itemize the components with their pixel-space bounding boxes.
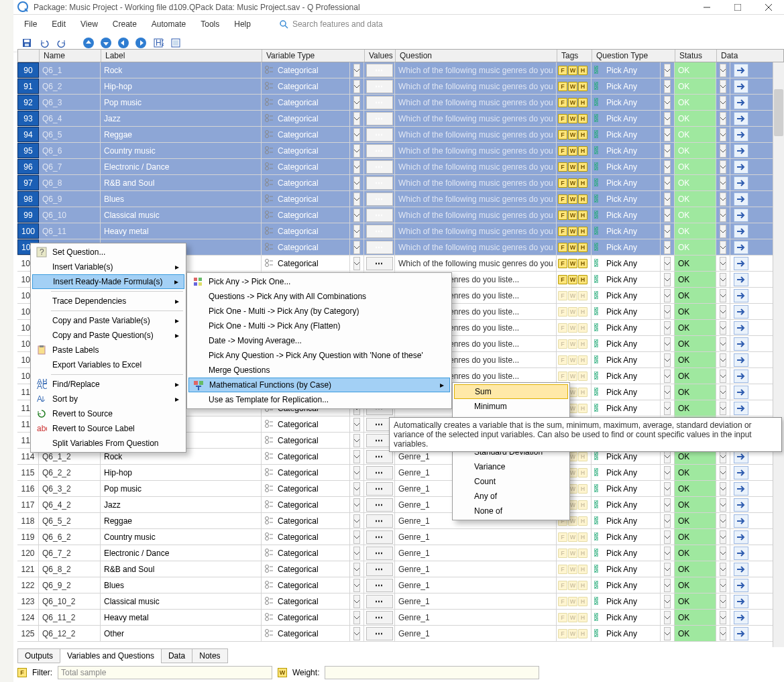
cell-questiontype[interactable]: Pick Any <box>592 529 661 545</box>
cell-name[interactable]: Q6_6_2 <box>39 529 101 545</box>
qtype-dropdown[interactable] <box>661 175 675 190</box>
row-number[interactable]: 123 <box>17 593 39 609</box>
qtype-dropdown[interactable] <box>661 78 675 94</box>
cell-questiontype[interactable]: Pick Any <box>592 95 661 110</box>
table-row[interactable]: 94 Q6_5 Reggae Categorical ⋯ Which of th… <box>17 127 784 143</box>
cell-vartype[interactable]: Categorical <box>262 159 350 174</box>
ctx-insert-variable[interactable]: Insert Variable(s)▸ <box>32 260 184 274</box>
values-button[interactable]: ⋯ <box>364 143 395 158</box>
cell-status[interactable]: OK <box>675 352 716 367</box>
status-dropdown[interactable] <box>716 384 730 400</box>
cell-vartype[interactable]: Categorical <box>262 529 350 545</box>
cell-name[interactable]: Q6_11 <box>39 223 101 239</box>
cell-label[interactable]: Pop music <box>101 481 262 496</box>
cell-question[interactable]: Which of the following music genres do y… <box>395 159 557 174</box>
col-header-vartype[interactable]: Variable Type <box>262 50 365 62</box>
cell-vartype[interactable]: Categorical <box>262 626 350 641</box>
qtype-dropdown[interactable] <box>661 465 675 480</box>
cell-name[interactable]: Q6_10 <box>39 207 101 223</box>
qtype-dropdown[interactable] <box>661 577 675 593</box>
cell-questiontype[interactable]: Pick Any <box>592 368 661 384</box>
qtype-dropdown[interactable] <box>661 288 675 303</box>
ctx2-template[interactable]: Use as Template for Replication... <box>188 392 450 407</box>
cell-label[interactable]: Reggae <box>101 513 262 528</box>
cell-vartype[interactable]: Categorical <box>262 561 350 577</box>
cell-label[interactable]: Electronic / Dance <box>101 545 262 561</box>
row-number[interactable]: 100 <box>17 223 39 239</box>
cell-name[interactable]: Q6_3_2 <box>39 481 101 496</box>
ctx3-any-of[interactable]: Any of <box>454 489 568 504</box>
redo-icon[interactable] <box>55 36 68 50</box>
cell-vartype[interactable]: Categorical <box>262 545 350 561</box>
qtype-dropdown[interactable] <box>661 626 675 641</box>
qtype-dropdown[interactable] <box>661 191 675 207</box>
cell-label[interactable]: Heavy metal <box>101 610 262 625</box>
cell-vartype[interactable]: Categorical <box>262 255 350 271</box>
qtype-dropdown[interactable] <box>661 610 675 625</box>
window-maximize-button[interactable] <box>722 0 753 15</box>
cell-name[interactable]: Q6_4_2 <box>39 497 101 512</box>
row-number[interactable]: 119 <box>17 529 39 545</box>
row-number[interactable]: 93 <box>17 111 39 126</box>
qtype-dropdown[interactable] <box>661 159 675 174</box>
cell-question[interactable]: Which of the following music genres do y… <box>395 78 557 94</box>
cell-name[interactable]: Q6_4 <box>39 111 101 126</box>
data-arrow-button[interactable] <box>730 191 752 207</box>
data-arrow-button[interactable] <box>730 288 752 303</box>
row-number[interactable]: 90 <box>17 62 39 78</box>
table-row[interactable]: 121 Q6_8_2 R&B and Soul Categorical ⋯ Ge… <box>17 561 784 577</box>
cell-questiontype[interactable]: Pick Any <box>592 465 661 480</box>
status-dropdown[interactable] <box>716 465 730 480</box>
cell-name[interactable]: Q6_7 <box>39 159 101 174</box>
data-arrow-button[interactable] <box>730 207 752 223</box>
table-row[interactable]: 120 Q6_7_2 Electronic / Dance Categorica… <box>17 545 784 561</box>
status-dropdown[interactable] <box>716 127 730 142</box>
status-dropdown[interactable] <box>716 304 730 319</box>
cell-status[interactable]: OK <box>675 175 716 190</box>
status-dropdown[interactable] <box>716 191 730 207</box>
cell-questiontype[interactable]: Pick Any <box>592 320 661 335</box>
cell-status[interactable]: OK <box>675 577 716 593</box>
values-button[interactable]: ⋯ <box>364 62 395 78</box>
nav-left-icon[interactable] <box>117 36 130 50</box>
cell-tags[interactable]: FWH <box>557 545 592 561</box>
cell-label[interactable]: Jazz <box>101 111 262 126</box>
table-row[interactable]: 123 Q6_10_2 Classical music Categorical … <box>17 593 784 610</box>
cell-tags[interactable]: FWH <box>557 610 592 625</box>
cell-question[interactable]: Genre_1 <box>395 545 557 561</box>
cell-question[interactable]: Which of the following music genres do y… <box>395 143 557 158</box>
menu-edit[interactable]: Edit <box>45 17 72 31</box>
qtype-dropdown[interactable] <box>661 255 675 271</box>
data-arrow-button[interactable] <box>730 320 752 335</box>
data-arrow-button[interactable] <box>730 255 752 271</box>
table-row[interactable]: 119 Q6_6_2 Country music Categorical ⋯ G… <box>17 529 784 545</box>
cell-status[interactable]: OK <box>675 207 716 223</box>
ctx-trace-dependencies[interactable]: Trace Dependencies▸ <box>32 294 184 308</box>
qtype-dropdown[interactable] <box>661 320 675 335</box>
qtype-dropdown[interactable] <box>661 384 675 400</box>
data-arrow-button[interactable] <box>730 593 752 609</box>
qtype-dropdown[interactable] <box>661 561 675 577</box>
menu-view[interactable]: View <box>74 17 105 31</box>
table-row[interactable]: 90 Q6_1 Rock Categorical ⋯ Which of the … <box>17 62 784 78</box>
cell-tags[interactable]: FWH <box>557 191 592 207</box>
cell-questiontype[interactable]: Pick Any <box>592 352 661 367</box>
cell-status[interactable]: OK <box>675 111 716 126</box>
table-row[interactable]: 97 Q6_8 R&B and Soul Categorical ⋯ Which… <box>17 175 784 191</box>
data-arrow-button[interactable] <box>730 513 752 528</box>
qtype-dropdown[interactable] <box>661 336 675 351</box>
qtype-dropdown[interactable] <box>661 272 675 287</box>
cell-tags[interactable]: FWH <box>557 529 592 545</box>
data-arrow-button[interactable] <box>730 95 752 110</box>
status-dropdown[interactable] <box>716 272 730 287</box>
cell-status[interactable]: OK <box>675 513 716 528</box>
cell-question[interactable]: Which of the following music genres do y… <box>395 191 557 207</box>
data-arrow-button[interactable] <box>730 336 752 351</box>
ctx-revert-source-label[interactable]: abcRevert to Source Label <box>32 421 184 436</box>
qtype-dropdown[interactable] <box>661 143 675 158</box>
vartype-dropdown[interactable] <box>350 610 364 625</box>
data-arrow-button[interactable] <box>730 223 752 239</box>
cell-questiontype[interactable]: Pick Any <box>592 304 661 319</box>
table-row[interactable]: 122 Q6_9_2 Blues Categorical ⋯ Genre_1 F… <box>17 577 784 593</box>
cell-questiontype[interactable]: Pick Any <box>592 255 661 271</box>
